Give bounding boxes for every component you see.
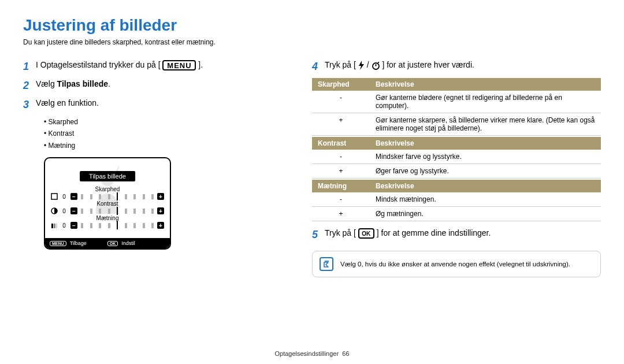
svg-rect-3 <box>51 224 53 228</box>
footer-section: Optagelsesindstillinger <box>274 350 339 357</box>
table-cell-sign: + <box>312 113 370 136</box>
bullet-list: Skarphed Kontrast Mætning <box>44 116 272 151</box>
table-cell-text: Øg mætningen. <box>370 207 601 221</box>
slider-label: Mætning <box>51 215 164 221</box>
table-cell-text: Mindsker farve og lysstyrke. <box>370 150 601 164</box>
table-cell-sign: - <box>312 192 370 207</box>
step-5-post: ] for at gemme dine indstillinger. <box>377 228 491 237</box>
saturation-icon <box>51 222 58 229</box>
slider-row: 0 − + <box>51 222 164 229</box>
table-row: +Gør kanterne skarpere, så billederne vi… <box>312 113 601 136</box>
table-row: +Øg mætningen. <box>312 207 601 221</box>
menu-mini-icon: MENU <box>50 241 66 246</box>
step-1-text-post: ]. <box>198 60 203 69</box>
table-cell-text: Gør kanterne blødere (egnet til redigeri… <box>370 91 601 113</box>
menu-button-graphic: MENU <box>162 60 196 70</box>
ok-button-graphic: OK <box>358 228 374 239</box>
svg-rect-1 <box>51 194 57 199</box>
step-number: 1 <box>23 59 36 75</box>
list-item: Kontrast <box>44 128 272 139</box>
note-box: Vælg 0, hvis du ikke ønsker at anvende n… <box>312 251 601 277</box>
table-cell-text: Gør kanterne skarpere, så billederne vir… <box>370 113 601 136</box>
step-5: 5 Tryk på [ OK ] for at gemme dine indst… <box>312 227 601 243</box>
step-number: 5 <box>312 227 325 243</box>
table-cell-text: Øger farve og lysstyrke. <box>370 164 601 179</box>
table-cell-sign: - <box>312 91 370 113</box>
timer-icon <box>372 61 380 70</box>
list-item: Mætning <box>44 140 272 151</box>
ok-mini-icon: OK <box>107 241 118 246</box>
description-table: SkarphedBeskrivelse-Gør kanterne blødere… <box>312 78 601 136</box>
step-3: 3 Vælg en funktion. <box>23 97 272 113</box>
plus-icon: + <box>157 193 164 200</box>
table-header: Beskrivelse <box>370 137 601 150</box>
page-footer: Optagelsesindstillinger 66 <box>0 350 624 357</box>
slider-row: 0 − + <box>51 193 164 200</box>
screenshot-title: Tilpas billede <box>80 171 135 181</box>
step-4-slash: / <box>367 60 369 69</box>
step-number: 4 <box>312 59 325 75</box>
step-3-text: Vælg en funktion. <box>36 97 99 109</box>
table-row: -Mindsk mætningen. <box>312 192 601 207</box>
slider-label: Kontrast <box>51 200 164 207</box>
slider-value: 0 <box>61 222 67 229</box>
table-header: Kontrast <box>312 137 370 150</box>
description-table: MætningBeskrivelse-Mindsk mætningen.+Øg … <box>312 180 601 221</box>
slider-row: 0 − + <box>51 207 164 214</box>
footer-page-number: 66 <box>342 350 349 357</box>
svg-rect-4 <box>54 224 55 228</box>
plus-icon: + <box>157 207 164 214</box>
table-cell-sign: + <box>312 164 370 179</box>
table-header: Mætning <box>312 180 370 192</box>
table-header: Beskrivelse <box>370 180 601 192</box>
step-2-post: . <box>108 79 110 88</box>
svg-line-8 <box>378 62 379 63</box>
step-5-pre: Tryk på [ <box>325 228 356 237</box>
minus-icon: − <box>70 193 77 200</box>
table-header: Beskrivelse <box>370 78 601 91</box>
slider-value: 0 <box>61 194 67 200</box>
menu-label: MENU <box>167 60 191 72</box>
plus-icon: + <box>157 222 164 229</box>
back-label: Tilbage <box>70 240 87 246</box>
step-number: 3 <box>23 97 36 113</box>
minus-icon: − <box>70 207 77 214</box>
note-icon <box>320 257 333 271</box>
description-table: KontrastBeskrivelse-Mindsker farve og ly… <box>312 137 601 179</box>
page-subtitle: Du kan justere dine billeders skarphed, … <box>23 38 601 46</box>
screenshot-footer: MENU Tilbage OK Indstil <box>45 238 170 248</box>
page-title: Justering af billeder <box>23 16 601 35</box>
step-1-text-pre: I Optagelsestilstand trykker du på [ <box>36 60 161 69</box>
sharpness-icon <box>51 193 58 200</box>
flash-icon <box>358 61 365 70</box>
list-item: Skarphed <box>44 116 272 128</box>
table-header: Skarphed <box>312 78 370 91</box>
slider-ticks <box>81 222 154 228</box>
table-row: -Gør kanterne blødere (egnet til rediger… <box>312 91 601 113</box>
step-2-pre: Vælg <box>36 79 57 88</box>
step-4: 4 Tryk på [ / ] for at justere hver værd… <box>312 59 601 75</box>
table-cell-sign: + <box>312 207 370 221</box>
step-4-pre: Tryk på [ <box>325 60 356 69</box>
slider-value: 0 <box>61 208 67 214</box>
step-2-bold: Tilpas billede <box>57 79 108 88</box>
note-text: Vælg 0, hvis du ikke ønsker at anvende n… <box>340 261 570 268</box>
slider-label: Skarphed <box>51 186 164 192</box>
table-row: +Øger farve og lysstyrke. <box>312 164 601 179</box>
step-1: 1 I Optagelsestilstand trykker du på [ M… <box>23 59 272 75</box>
slider-ticks <box>81 208 154 214</box>
step-4-post: ] for at justere hver værdi. <box>382 60 474 69</box>
minus-icon: − <box>70 222 77 229</box>
table-row: -Mindsker farve og lysstyrke. <box>312 150 601 164</box>
table-cell-sign: - <box>312 150 370 164</box>
step-number: 2 <box>23 78 36 94</box>
camera-screenshot: Tilpas billede Skarphed 0 − + Kontrast <box>44 157 171 250</box>
set-label: Indstil <box>121 240 135 246</box>
table-cell-text: Mindsk mætningen. <box>370 192 601 207</box>
contrast-icon <box>51 207 58 214</box>
step-2: 2 Vælg Tilpas billede. <box>23 78 272 94</box>
svg-rect-5 <box>56 224 57 228</box>
slider-ticks <box>81 194 154 199</box>
